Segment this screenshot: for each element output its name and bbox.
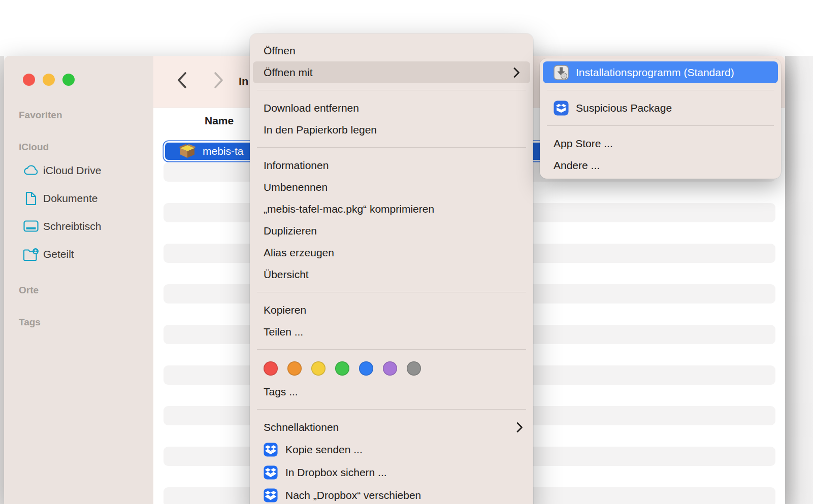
fullscreen-window-button[interactable] [62, 74, 75, 86]
dropbox-icon [264, 488, 278, 502]
menu-item-label: „mebis-tafel-mac.pkg“ komprimieren [264, 203, 434, 215]
menu-item-schnellaktionen[interactable]: Schnellaktionen [250, 416, 533, 438]
document-icon [23, 191, 39, 206]
screen: Favoriten iCloud iCloud Drive Dokume [0, 0, 813, 504]
menu-item-label: Nach „Dropbox“ verschieben [285, 489, 421, 501]
finder-sidebar: Favoriten iCloud iCloud Drive Dokume [4, 56, 154, 504]
column-header-name[interactable]: Name [205, 108, 234, 133]
tag-gray-button[interactable] [407, 361, 421, 376]
menu-item-label: Tags ... [264, 386, 298, 398]
menu-item-label: In Dropbox sichern ... [285, 466, 387, 479]
chevron-right-icon [516, 422, 523, 433]
cloud-icon [23, 163, 39, 178]
desktop-background-left [0, 56, 4, 504]
menu-item-label: Öffnen mit [264, 66, 313, 79]
menu-item-download-entfernen[interactable]: Download entfernen [250, 97, 533, 119]
menu-separator [257, 292, 526, 292]
installer-app-icon [554, 65, 569, 80]
menu-item-kopieren[interactable]: Kopieren [250, 299, 533, 321]
tag-red-button[interactable] [264, 361, 278, 376]
menu-separator [257, 147, 526, 148]
menu-item-uebersicht[interactable]: Übersicht [250, 263, 533, 285]
menu-item-teilen[interactable]: Teilen ... [250, 321, 533, 343]
menu-item-label: Kopieren [264, 304, 306, 316]
submenu-item-andere[interactable]: Andere ... [540, 154, 781, 176]
close-window-button[interactable] [23, 74, 35, 86]
tag-yellow-button[interactable] [311, 361, 326, 376]
dropbox-icon [264, 443, 278, 457]
sidebar-section-favoriten: Favoriten [19, 108, 62, 123]
menu-item-komprimieren[interactable]: „mebis-tafel-mac.pkg“ komprimieren [250, 198, 533, 220]
menu-item-label: Duplizieren [264, 225, 317, 237]
tag-orange-button[interactable] [287, 361, 302, 376]
context-menu: Öffnen Öffnen mit Download entfernen In … [250, 33, 533, 504]
menu-item-label: Kopie senden ... [285, 444, 363, 456]
menu-item-kopie-senden[interactable]: Kopie senden ... [250, 438, 533, 461]
window-title: In [239, 56, 249, 108]
tag-purple-button[interactable] [383, 361, 397, 376]
submenu-item-label: Suspicious Package [576, 102, 672, 114]
menu-item-duplizieren[interactable]: Duplizieren [250, 220, 533, 242]
sidebar-item-dokumente[interactable]: Dokumente [23, 191, 97, 206]
menu-item-in-dropbox-sichern[interactable]: In Dropbox sichern ... [250, 461, 533, 484]
package-file-icon [179, 144, 196, 159]
sidebar-item-label: Dokumente [43, 192, 97, 205]
selected-file-name: mebis-ta [203, 145, 244, 157]
menu-separator [257, 349, 526, 350]
submenu-item-label: App Store ... [554, 138, 613, 150]
tag-blue-button[interactable] [359, 361, 373, 376]
menu-item-label: Umbenennen [264, 181, 328, 193]
tag-color-row [250, 356, 533, 381]
desktop-background-right [785, 56, 813, 504]
sidebar-item-geteilt[interactable]: Geteilt [23, 247, 74, 262]
open-with-submenu: Installationsprogramm (Standard) Suspici… [540, 58, 781, 179]
tag-green-button[interactable] [335, 361, 349, 376]
menu-separator [257, 90, 526, 90]
back-button[interactable] [176, 71, 189, 89]
submenu-item-suspicious-package[interactable]: Suspicious Package [540, 97, 781, 119]
menu-separator [547, 90, 774, 90]
sidebar-section-tags: Tags [19, 315, 41, 330]
menu-item-label: Öffnen [264, 45, 296, 57]
menu-item-label: Download entfernen [264, 102, 359, 114]
menu-item-label: Teilen ... [264, 326, 303, 338]
chevron-right-icon [513, 67, 520, 78]
sidebar-section-icloud: iCloud [19, 140, 49, 155]
sidebar-item-icloud-drive[interactable]: iCloud Drive [23, 163, 101, 178]
menu-item-umbenennen[interactable]: Umbenennen [250, 176, 533, 198]
desktop-icon [23, 219, 39, 234]
menu-item-label: Informationen [264, 159, 329, 172]
menu-item-label: Schnellaktionen [264, 421, 339, 433]
menu-item-label: Alias erzeugen [264, 247, 334, 259]
sidebar-item-label: iCloud Drive [43, 164, 101, 177]
menu-item-oeffnen-mit[interactable]: Öffnen mit [253, 61, 530, 83]
menu-item-papierkorb[interactable]: In den Papierkorb legen [250, 119, 533, 141]
menu-item-label: In den Papierkorb legen [264, 124, 377, 136]
forward-button[interactable] [212, 71, 225, 89]
menu-item-alias-erzeugen[interactable]: Alias erzeugen [250, 242, 533, 263]
sidebar-item-label: Schreibtisch [43, 220, 101, 232]
submenu-item-app-store[interactable]: App Store ... [540, 132, 781, 154]
sidebar-section-orte: Orte [19, 283, 39, 298]
menu-separator [547, 125, 774, 126]
dropbox-icon [264, 465, 278, 480]
submenu-item-installationsprogramm[interactable]: Installationsprogramm (Standard) [543, 61, 778, 83]
menu-item-oeffnen[interactable]: Öffnen [250, 40, 533, 61]
menu-item-informationen[interactable]: Informationen [250, 154, 533, 176]
menu-separator [257, 409, 526, 410]
shared-folder-icon [23, 247, 39, 262]
submenu-item-label: Andere ... [554, 159, 600, 172]
minimize-window-button[interactable] [43, 74, 55, 86]
submenu-item-label: Installationsprogramm (Standard) [576, 66, 734, 79]
menu-item-label: Übersicht [264, 268, 309, 281]
suspicious-package-icon [554, 100, 569, 116]
sidebar-item-label: Geteilt [43, 248, 74, 260]
menu-item-tags[interactable]: Tags ... [250, 381, 533, 402]
menu-item-nach-dropbox-verschieben[interactable]: Nach „Dropbox“ verschieben [250, 484, 533, 504]
sidebar-item-schreibtisch[interactable]: Schreibtisch [23, 219, 101, 234]
